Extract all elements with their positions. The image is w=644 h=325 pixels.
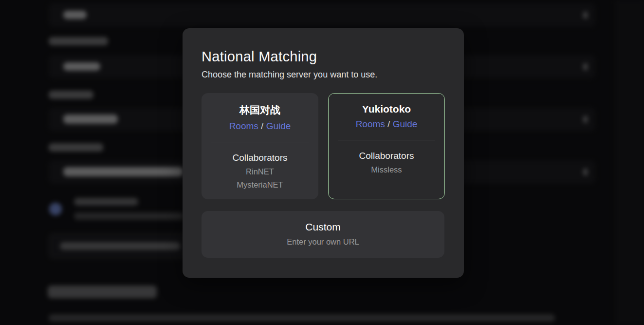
link-separator: / — [258, 121, 266, 131]
server-links: Rooms / Guide — [329, 119, 444, 130]
server-card-yukiotoko[interactable]: Yukiotoko Rooms / Guide Collaborators Mi… — [328, 93, 445, 199]
modal-title: National Matching — [202, 49, 445, 65]
server-options: 林国对战 Rooms / Guide Collaborators RinNET … — [202, 93, 445, 199]
card-divider — [338, 140, 435, 140]
custom-server-card[interactable]: Custom Enter your own URL — [202, 211, 444, 258]
guide-link[interactable]: Guide — [266, 121, 291, 131]
server-card-linguo[interactable]: 林国对战 Rooms / Guide Collaborators RinNET … — [202, 93, 318, 199]
application-window: National Matching Choose the matching se… — [0, 0, 644, 325]
link-separator: / — [385, 119, 393, 129]
national-matching-modal: National Matching Choose the matching se… — [183, 28, 464, 278]
server-links: Rooms / Guide — [202, 121, 318, 132]
collaborator-item: MysteriaNET — [202, 180, 318, 190]
collaborator-item: Missless — [329, 165, 444, 174]
collaborators-heading: Collaborators — [329, 151, 444, 161]
server-name: Yukiotoko — [329, 103, 444, 115]
card-divider — [211, 142, 309, 142]
rooms-link[interactable]: Rooms — [229, 121, 258, 131]
custom-subtitle: Enter your own URL — [202, 237, 444, 247]
collaborators-heading: Collaborators — [202, 153, 318, 163]
server-name: 林国对战 — [202, 103, 318, 117]
collaborator-item: RinNET — [202, 167, 318, 176]
rooms-link[interactable]: Rooms — [356, 119, 385, 129]
custom-title: Custom — [202, 221, 444, 233]
guide-link[interactable]: Guide — [393, 119, 418, 129]
modal-subtitle: Choose the matching server you want to u… — [202, 70, 445, 80]
